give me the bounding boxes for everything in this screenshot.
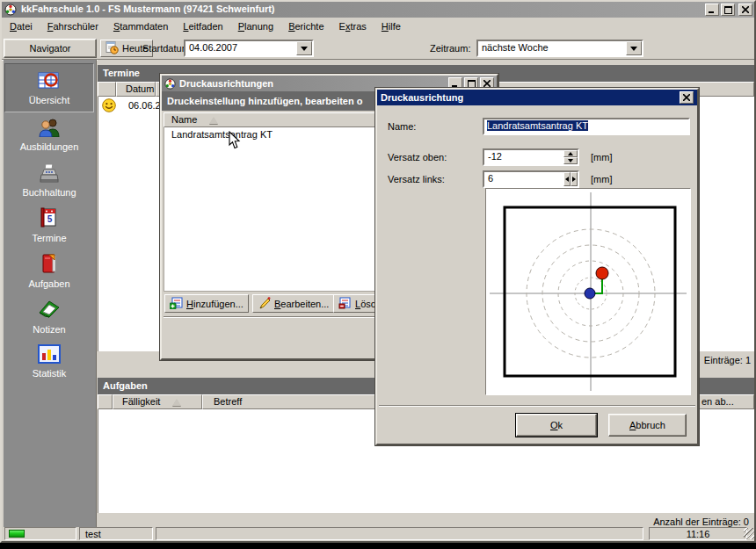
- sidebar-item-label: Buchhaltung: [4, 187, 94, 198]
- note-icon: [38, 299, 61, 321]
- sidebar-item-label: Aufgaben: [4, 278, 94, 289]
- menu-stammdaten[interactable]: Stammdaten: [107, 18, 174, 34]
- smiley-icon: [102, 98, 116, 114]
- spinner-up-icon[interactable]: [563, 150, 578, 157]
- sidebar-item-buchhaltung[interactable]: Buchhaltung: [4, 160, 94, 204]
- menu-hilfe[interactable]: Hilfe: [375, 18, 407, 34]
- connection-led-icon: [9, 530, 25, 538]
- ok-label: Ok: [550, 420, 563, 430]
- menu-bar: Datei Fahrschüler Stammdaten Leitfaden P…: [2, 18, 754, 36]
- menu-leitfaden[interactable]: Leitfaden: [177, 18, 229, 34]
- app-icon: [4, 4, 17, 16]
- heute-icon: [105, 41, 119, 56]
- startdatum-dropdown-icon[interactable]: [296, 41, 312, 55]
- sidebar-item-termine[interactable]: 5 Termine: [4, 204, 94, 249]
- status-time-section: 11:16: [649, 527, 747, 540]
- cash-register-icon: [38, 163, 61, 184]
- bearbeiten-button[interactable]: Bearbeiten...: [252, 294, 334, 313]
- sidebar-item-aufgaben[interactable]: Aufgaben: [4, 249, 94, 295]
- druckausrichtung-titlebar: Druckausrichtung: [377, 90, 697, 105]
- overview-icon: [38, 71, 61, 92]
- application-window: kkFahrschule 1.0 - FS Mustermann (97421 …: [0, 0, 756, 543]
- sidebar-item-label: Ausbildungen: [4, 141, 94, 152]
- zeitraum-value: nächste Woche: [482, 42, 549, 53]
- offset-preview: [485, 188, 691, 395]
- sidebar-item-uebersicht[interactable]: Übersicht: [4, 63, 94, 112]
- status-user-section: test: [79, 527, 153, 540]
- students-icon: [38, 118, 61, 139]
- status-led-section: [4, 527, 76, 540]
- druckausrichtungen-title: Druckausrichtungen: [179, 78, 273, 89]
- title-bar: kkFahrschule 1.0 - FS Mustermann (97421 …: [2, 2, 754, 18]
- name-input[interactable]: Landratsamtsantrag KT: [483, 118, 690, 135]
- sidebar-item-label: Termine: [4, 233, 94, 243]
- ok-button[interactable]: Ok: [516, 414, 597, 437]
- minimize-icon[interactable]: [705, 4, 719, 16]
- hinzufuegen-button[interactable]: Hinzufügen...: [164, 294, 249, 313]
- versatz-links-value: 6: [488, 173, 493, 184]
- menu-extras[interactable]: Extras: [333, 18, 373, 34]
- sort-ascending-icon: [172, 399, 181, 406]
- hinzufuegen-label: Hinzufügen...: [186, 299, 244, 309]
- close-icon[interactable]: [738, 4, 752, 16]
- sort-ascending-icon: [209, 117, 218, 124]
- spinner-down-icon[interactable]: [563, 157, 578, 164]
- sidebar-item-label: Notizen: [4, 324, 94, 335]
- abbruch-button[interactable]: Abbruch: [608, 414, 687, 437]
- svg-text:5: 5: [47, 214, 53, 224]
- aufgaben-faelligkeit-column[interactable]: Fälligkeit: [113, 394, 202, 409]
- menu-datei[interactable]: Datei: [4, 18, 39, 34]
- sidebar-item-ausbildungen[interactable]: Ausbildungen: [4, 114, 94, 160]
- name-value: Landratsamtsantrag KT: [487, 120, 588, 131]
- sidebar-item-label: Statistik: [4, 368, 94, 379]
- menu-fahrschueler[interactable]: Fahrschüler: [41, 18, 105, 34]
- druckausrichtung-dialog: Druckausrichtung Name: Landratsamtsantra…: [375, 88, 699, 445]
- versatz-oben-spinner: [563, 150, 578, 164]
- sidebar-item-statistik[interactable]: Statistik: [4, 341, 94, 386]
- status-empty-section: [156, 527, 643, 540]
- window-title: kkFahrschule 1.0 - FS Mustermann (97421 …: [21, 4, 275, 14]
- book-icon: [39, 253, 60, 276]
- sidebar-item-notizen[interactable]: Notizen: [4, 295, 94, 341]
- versatz-oben-unit: [mm]: [591, 152, 612, 163]
- sidebar-item-label: Übersicht: [5, 95, 93, 105]
- abbruch-label: Abbruch: [629, 420, 665, 430]
- versatz-oben-label: Versatz oben:: [388, 152, 447, 163]
- druckausrichtung-title: Druckausrichtung: [381, 92, 463, 103]
- termine-icon-column[interactable]: [98, 82, 116, 97]
- termine-entries-label: Einträge: 1: [704, 355, 751, 365]
- origin-dot: [585, 288, 595, 299]
- versatz-links-label: Versatz links:: [388, 174, 445, 184]
- versatz-oben-input[interactable]: -12: [483, 148, 579, 166]
- zeitraum-combobox[interactable]: nächste Woche: [476, 40, 643, 57]
- aufgaben-icon-column[interactable]: [98, 394, 113, 409]
- termine-datum-column[interactable]: Datum: [116, 82, 156, 97]
- startdatum-value: 04.06.2007: [189, 42, 237, 53]
- menu-berichte[interactable]: Berichte: [282, 18, 330, 34]
- spinner-left-icon[interactable]: [563, 172, 571, 186]
- close-icon[interactable]: [680, 91, 694, 104]
- name-label: Name:: [388, 121, 416, 132]
- toolbar: Navigator Heute Startdatum: 04.06.2007 Z…: [2, 36, 754, 60]
- bearbeiten-label: Bearbeiten...: [274, 299, 329, 309]
- menu-planung[interactable]: Planung: [232, 18, 280, 34]
- maximize-icon[interactable]: [721, 4, 735, 16]
- zeitraum-dropdown-icon[interactable]: [626, 41, 642, 55]
- spinner-right-icon[interactable]: [571, 172, 578, 186]
- edit-pencil-icon: [258, 297, 271, 311]
- versatz-oben-value: -12: [488, 151, 502, 162]
- status-time: 11:16: [687, 529, 710, 539]
- status-bar: test 11:16: [2, 525, 754, 541]
- versatz-links-unit: [mm]: [591, 174, 612, 184]
- versatz-links-input[interactable]: 6: [483, 170, 579, 188]
- aufgaben-truncated-column[interactable]: en ab...: [698, 394, 754, 409]
- navigator-sidebar: Übersicht Ausbildungen Buchhaltung 5 Ter…: [4, 60, 97, 527]
- delete-list-icon: [338, 297, 352, 311]
- resize-grip[interactable]: [744, 528, 754, 539]
- startdatum-combobox[interactable]: 04.06.2007: [184, 40, 314, 57]
- chart-icon: [38, 344, 61, 365]
- navigator-header[interactable]: Navigator: [4, 39, 97, 58]
- offset-dot: [596, 267, 608, 279]
- add-list-icon: [170, 297, 183, 311]
- calendar-icon: 5: [39, 207, 60, 230]
